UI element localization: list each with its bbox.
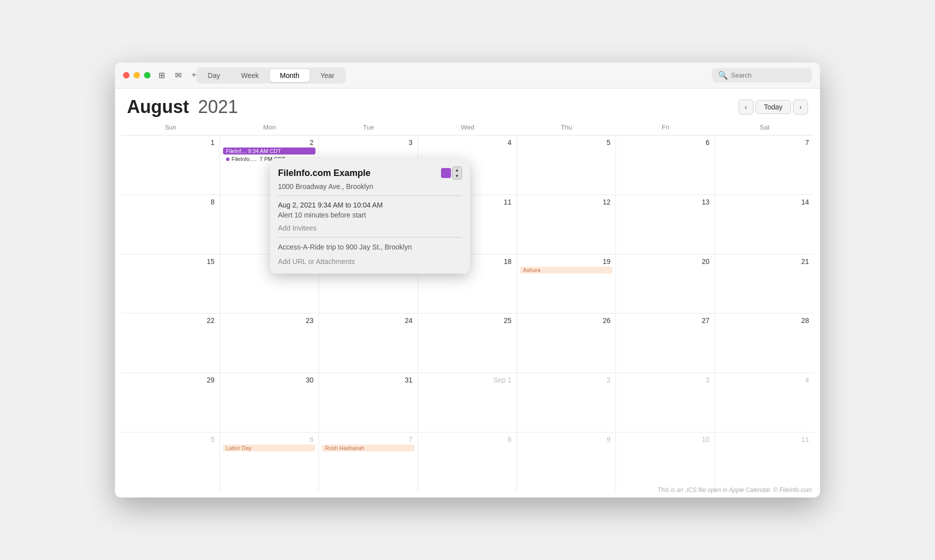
event-labor-day[interactable]: Labor Day: [223, 444, 316, 452]
day-aug22[interactable]: 22: [121, 314, 220, 372]
day-number: 1: [124, 138, 216, 148]
tab-month[interactable]: Month: [270, 69, 310, 82]
day-number: 19: [520, 256, 612, 266]
day-sep10[interactable]: 10: [616, 432, 715, 492]
inbox-icon: ✉: [175, 70, 182, 80]
day-aug13[interactable]: 13: [616, 195, 715, 254]
next-button[interactable]: ›: [793, 100, 808, 114]
day-number: 3: [322, 138, 414, 148]
day-number: 8: [421, 434, 514, 444]
day-aug12[interactable]: 12: [517, 195, 616, 254]
day-aug19[interactable]: 19 Ashura: [517, 254, 616, 314]
search-input[interactable]: [731, 72, 806, 79]
tab-year[interactable]: Year: [310, 69, 344, 82]
day-aug28[interactable]: 28: [715, 314, 814, 372]
event-label: Rosh Hashanah: [325, 445, 364, 451]
color-swatch[interactable]: [441, 168, 451, 178]
day-aug31[interactable]: 31: [319, 373, 418, 432]
calendar-window: ⊞ ✉ + Day Week Month Year 🔍 August 2021 …: [115, 62, 820, 498]
day-number: 11: [718, 434, 811, 444]
day-sep6[interactable]: 6 Labor Day: [220, 432, 319, 492]
stepper-down[interactable]: ▼: [452, 173, 462, 179]
traffic-lights: [123, 72, 150, 78]
day-number: 24: [322, 316, 414, 326]
day-number: 27: [619, 316, 712, 326]
stepper[interactable]: ▲ ▼: [452, 166, 462, 180]
day-number: 2: [520, 375, 612, 385]
day-aug6[interactable]: 6: [616, 136, 715, 194]
day-number: 5: [520, 138, 612, 148]
day-number: 29: [124, 375, 216, 385]
popup-alert: Alert 10 minutes before start: [278, 211, 462, 219]
day-number: 9: [520, 434, 612, 444]
search-icon: 🔍: [718, 70, 728, 80]
day-sep1[interactable]: Sep 1: [418, 373, 517, 432]
day-aug27[interactable]: 27: [616, 314, 715, 372]
day-aug14[interactable]: 14: [715, 195, 814, 254]
calendar-container: August 2021 ‹ Today › Sun Mon Tue Wed Th…: [115, 88, 820, 498]
event-ashura[interactable]: Ashura: [520, 266, 612, 274]
add-icon[interactable]: +: [192, 70, 196, 80]
day-sep4[interactable]: 4: [715, 373, 814, 432]
day-aug24[interactable]: 24: [319, 314, 418, 372]
day-number: 15: [124, 256, 216, 266]
popup-add-invitees[interactable]: Add Invitees: [278, 224, 462, 232]
day-number: 7: [322, 434, 414, 444]
day-aug21[interactable]: 21: [715, 254, 814, 314]
day-number: 4: [718, 375, 811, 385]
close-button[interactable]: [123, 72, 130, 78]
prev-button[interactable]: ‹: [738, 100, 754, 114]
event-label: Ashura: [523, 267, 540, 273]
day-aug1[interactable]: 1: [121, 136, 220, 194]
day-aug29[interactable]: 29: [121, 373, 220, 432]
view-tabs: Day Week Month Year: [196, 68, 346, 84]
weekday-headers: Sun Mon Tue Wed Thu Fri Sat: [121, 122, 814, 136]
day-sep3[interactable]: 3: [616, 373, 715, 432]
day-sep8[interactable]: 8: [418, 432, 517, 492]
copyright: This is an .ICS file open in Apple Calen…: [658, 486, 812, 494]
month-title: August 2021: [127, 96, 238, 118]
weekday-tue: Tue: [319, 122, 418, 133]
weekday-sat: Sat: [715, 122, 814, 133]
month-name: August: [127, 96, 189, 117]
day-sep7[interactable]: 7 Rosh Hashanah: [319, 432, 418, 492]
day-number: 30: [223, 375, 316, 385]
tab-week[interactable]: Week: [231, 69, 269, 82]
event-rosh-hashanah[interactable]: Rosh Hashanah: [322, 444, 414, 452]
day-sep5[interactable]: 5: [121, 432, 220, 492]
popup-divider: [278, 196, 462, 196]
day-number: Sep 1: [421, 375, 514, 385]
day-number: 20: [619, 256, 712, 266]
day-sep11[interactable]: 11: [715, 432, 814, 492]
day-aug8[interactable]: 8: [121, 195, 220, 254]
day-number: 28: [718, 316, 811, 326]
day-number: 25: [421, 316, 514, 326]
day-aug23[interactable]: 23: [220, 314, 319, 372]
event-fileinf-1[interactable]: FileInf… 9:34 AM CDT: [223, 148, 316, 154]
popup-add-url[interactable]: Add URL or Attachments: [278, 258, 462, 266]
event-label: Labor Day: [226, 445, 252, 451]
day-aug20[interactable]: 20: [616, 254, 715, 314]
weekday-thu: Thu: [517, 122, 616, 133]
popup-color-picker[interactable]: ▲ ▼: [441, 166, 462, 180]
today-button[interactable]: Today: [756, 100, 791, 114]
day-number: 2: [223, 138, 316, 148]
maximize-button[interactable]: [144, 72, 150, 78]
week-row: 29 30 31 Sep 1 2 3 4: [121, 373, 814, 432]
stepper-up[interactable]: ▲: [452, 167, 462, 173]
day-aug7[interactable]: 7: [715, 136, 814, 194]
search-bar[interactable]: 🔍: [712, 68, 812, 82]
day-aug25[interactable]: 25: [418, 314, 517, 372]
day-sep2[interactable]: 2: [517, 373, 616, 432]
tab-day[interactable]: Day: [198, 69, 230, 82]
day-aug30[interactable]: 30: [220, 373, 319, 432]
day-aug26[interactable]: 26: [517, 314, 616, 372]
day-number: 6: [223, 434, 316, 444]
popup-title: FileInfo.com Example: [278, 168, 436, 178]
day-number: 5: [124, 434, 216, 444]
day-aug15[interactable]: 15: [121, 254, 220, 314]
day-aug5[interactable]: 5: [517, 136, 616, 194]
month-header: August 2021 ‹ Today ›: [115, 88, 820, 122]
day-sep9[interactable]: 9: [517, 432, 616, 492]
minimize-button[interactable]: [134, 72, 140, 78]
